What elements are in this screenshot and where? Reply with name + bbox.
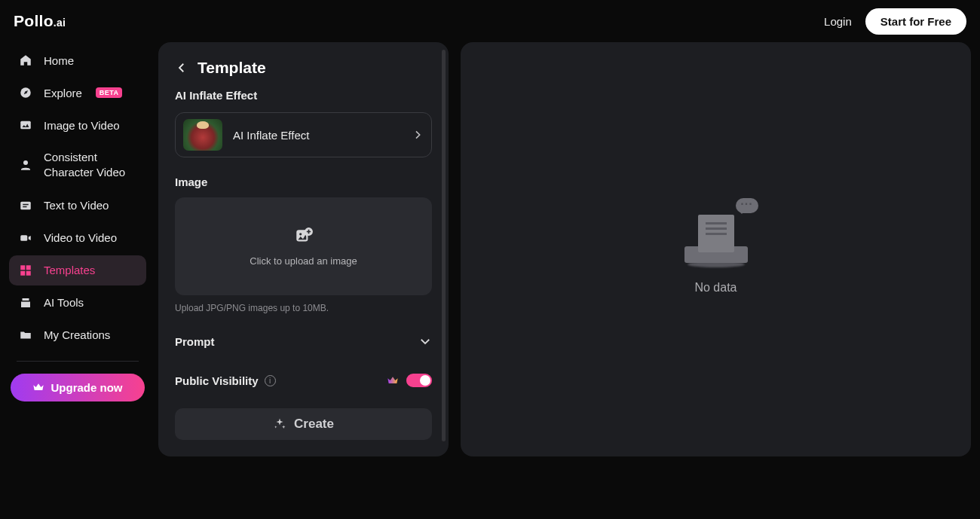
info-icon[interactable]: i <box>265 375 276 386</box>
sidebar-item-home[interactable]: Home <box>9 45 146 75</box>
prompt-label: Prompt <box>175 335 215 348</box>
chevron-down-icon <box>418 334 432 348</box>
effect-selector[interactable]: AI Inflate Effect <box>175 112 432 157</box>
sidebar: Home Explore BETA Image to Video Consis <box>9 42 146 456</box>
sidebar-item-label: Explore <box>44 87 82 99</box>
crown-icon <box>387 374 399 386</box>
page-title: Template <box>198 59 266 77</box>
svg-point-10 <box>299 233 302 235</box>
settings-panel: Template AI Inflate Effect AI Inflate Ef… <box>158 42 449 456</box>
visibility-toggle[interactable] <box>406 374 432 387</box>
upload-image-icon <box>294 227 314 246</box>
text-icon <box>18 198 33 213</box>
crown-icon <box>32 381 44 393</box>
character-icon <box>18 157 33 172</box>
effect-section-label: AI Inflate Effect <box>175 89 432 102</box>
chevron-right-icon <box>412 129 424 141</box>
svg-point-2 <box>23 160 28 165</box>
home-icon <box>18 53 33 68</box>
sidebar-item-label: Consistent Character Video <box>44 150 137 181</box>
sidebar-item-my-creations[interactable]: My Creations <box>9 320 146 350</box>
image-icon <box>18 118 33 133</box>
sidebar-item-label: Image to Video <box>44 119 120 132</box>
compass-icon <box>18 85 33 100</box>
sidebar-item-label: Templates <box>44 264 95 276</box>
image-upload-dropzone[interactable]: Click to upload an image <box>175 197 432 295</box>
upgrade-label: Upgrade now <box>51 381 122 394</box>
sidebar-divider <box>17 361 139 362</box>
effect-thumbnail <box>183 119 222 151</box>
upload-text: Click to upload an image <box>250 255 357 267</box>
start-for-free-button[interactable]: Start for Free <box>865 8 966 35</box>
sidebar-item-ai-tools[interactable]: AI Tools <box>9 288 146 318</box>
upgrade-button[interactable]: Upgrade now <box>11 374 145 401</box>
sparkle-icon <box>273 417 286 431</box>
back-button[interactable] <box>175 61 188 75</box>
sidebar-item-label: Home <box>44 54 74 67</box>
sidebar-item-label: My Creations <box>44 328 110 341</box>
svg-rect-3 <box>20 201 31 209</box>
image-section-label: Image <box>175 176 432 188</box>
create-button[interactable]: Create <box>175 408 432 440</box>
svg-rect-7 <box>20 270 25 275</box>
sidebar-item-text-to-video[interactable]: Text to Video <box>9 191 146 221</box>
svg-rect-4 <box>20 235 27 241</box>
templates-icon <box>18 263 33 278</box>
sidebar-item-consistent-character-video[interactable]: Consistent Character Video <box>9 142 146 188</box>
beta-badge: BETA <box>96 87 122 98</box>
output-panel: No data <box>461 42 971 456</box>
video-icon <box>18 230 33 246</box>
logo[interactable]: Pollo.ai <box>14 12 66 30</box>
svg-rect-6 <box>26 265 31 270</box>
upload-hint: Upload JPG/PNG images up to 10MB. <box>175 303 432 313</box>
empty-state-text: No data <box>694 281 737 295</box>
create-label: Create <box>294 417 334 432</box>
prompt-toggle[interactable]: Prompt <box>175 334 432 348</box>
visibility-label: Public Visibility <box>175 374 259 387</box>
sidebar-item-label: AI Tools <box>44 296 84 309</box>
sidebar-item-image-to-video[interactable]: Image to Video <box>9 110 146 140</box>
svg-rect-8 <box>26 270 31 275</box>
svg-rect-1 <box>20 121 31 130</box>
empty-state-illustration <box>684 204 748 267</box>
sidebar-item-label: Text to Video <box>44 199 109 212</box>
effect-name: AI Inflate Effect <box>233 129 401 142</box>
sidebar-item-video-to-video[interactable]: Video to Video <box>9 223 146 253</box>
sidebar-item-label: Video to Video <box>44 231 117 244</box>
login-link[interactable]: Login <box>824 15 852 28</box>
tools-icon <box>18 295 33 310</box>
svg-rect-5 <box>20 265 25 270</box>
sidebar-item-templates[interactable]: Templates <box>9 255 146 285</box>
sidebar-item-explore[interactable]: Explore BETA <box>9 78 146 108</box>
folder-icon <box>18 328 33 343</box>
